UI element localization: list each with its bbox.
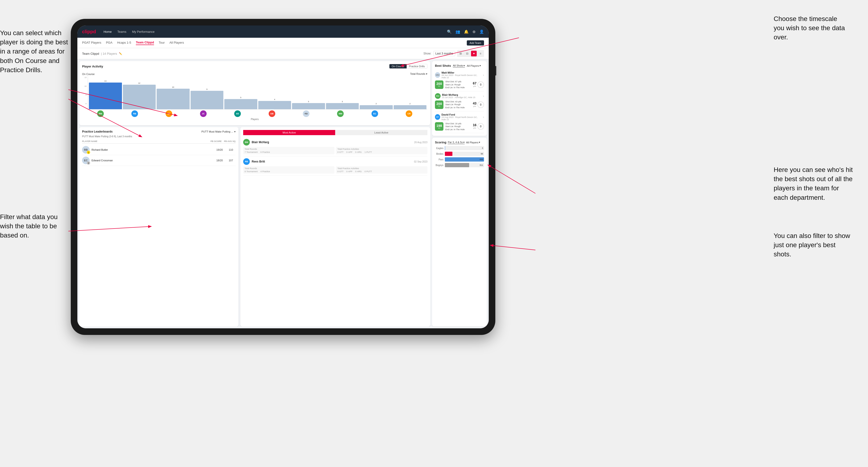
scoring-header: Scoring Par 3, 4 & 5s ▾ All Players ▾ xyxy=(435,141,484,144)
avatar-eebert: EE xyxy=(234,111,241,117)
practice-dropdown[interactable]: PUTT Must Make Putting ... ▾ xyxy=(202,130,236,133)
team-name: Team Clippd | 14 Players xyxy=(82,52,117,55)
bar-group-6: 3 xyxy=(292,100,325,109)
th-pb-score: PB SCORE xyxy=(210,140,222,143)
bar-value-8: 2 xyxy=(376,102,377,105)
shot-item-3[interactable]: DF David Ford 24 Aug 2023 · Royal North … xyxy=(435,111,484,133)
shot-metrics-1: 67 yds 0 xyxy=(473,81,484,88)
stat-row-practice-2: 0 GTT 0 APP 0 ARG xyxy=(337,170,426,173)
tablet-screen: clippd Home Teams My Performance 🔍 👥 🔔 ⊕… xyxy=(78,26,489,328)
scoring-row-pars: Pars 499 xyxy=(435,157,484,161)
best-shots-card: Best Shots All Shots ▾ All Players ▾ MM xyxy=(432,61,487,136)
stat-practice-2: 4 Practice xyxy=(260,170,270,173)
team-header: Team Clippd | 14 Players ✏️ Show: Last 3… xyxy=(78,48,489,59)
svg-line-5 xyxy=(491,245,535,250)
all-players-dropdown[interactable]: All Players ▾ xyxy=(467,64,481,67)
stat-gtt-2: 0 GTT xyxy=(337,170,343,173)
subnav-team-clippd[interactable]: Team Clippd xyxy=(136,40,154,45)
scoring-bar-eagles: 3 xyxy=(445,146,484,150)
edit-icon[interactable]: ✏️ xyxy=(119,52,122,55)
annotation-bottom-right-top: Here you can see who's hit the best shot… xyxy=(774,165,854,202)
nav-item-home[interactable]: Home xyxy=(103,30,112,33)
shot-player-name-3: David Ford xyxy=(441,113,482,116)
chart-subtitle: On Course Total Rounds ▾ xyxy=(82,72,427,75)
stat-tournament-1: 7 Tournament xyxy=(245,151,257,153)
activity-player-header-2: RB Rees Britt 02 Sep 2023 xyxy=(243,158,427,165)
nav-item-my-performance[interactable]: My Performance xyxy=(132,30,154,33)
bar-value-6: 3 xyxy=(308,100,309,102)
y-axis: 15 10 5 0 xyxy=(82,76,87,105)
shot-details-2: 200 SG Shot Dist: 43 yds Start Lie: Roug… xyxy=(435,100,484,109)
scoring-row-eagles: Eagles 3 xyxy=(435,146,484,150)
scoring-row-bogeys: Bogeys 311 xyxy=(435,163,484,167)
shot-item-2[interactable]: BM Blair McHarg 23 Jul 2023 · Ashridge G… xyxy=(435,91,484,111)
stat-group-rounds-2: Total Rounds 8 Tournament 4 Practice xyxy=(243,166,335,174)
add-team-button[interactable]: Add Team xyxy=(467,40,484,45)
x-axis-label: Players xyxy=(82,118,427,121)
view-list[interactable]: ≡ xyxy=(478,51,483,56)
tab-most-active[interactable]: Most Active xyxy=(243,130,335,135)
tab-least-active[interactable]: Least Active xyxy=(335,130,427,135)
subnav-all-players[interactable]: All Players xyxy=(169,41,184,45)
power-button[interactable] xyxy=(495,66,496,75)
activity-avatar-1: BM xyxy=(243,139,250,146)
scoring-bar-birdies: 96 xyxy=(445,152,484,156)
bell-icon[interactable]: 🔔 xyxy=(464,30,469,34)
tablet-frame: clippd Home Teams My Performance 🔍 👥 🔔 ⊕… xyxy=(71,19,495,335)
subnav-pga[interactable]: PGA xyxy=(106,41,112,45)
bar-chart-container: 15 10 5 0 1312109543322 xyxy=(82,76,427,110)
shot-badge-label-2: SG xyxy=(438,105,440,107)
profile-icon[interactable]: 👤 xyxy=(479,30,484,34)
scoring-players-dropdown[interactable]: All Players ▾ xyxy=(466,141,480,144)
shot-item-1[interactable]: MM Matt Miller 09 Jun 2023 · Royal North… xyxy=(435,69,484,91)
timescale-dropdown[interactable]: Last 3 months xyxy=(433,51,455,56)
stat-title-rounds-2: Total Rounds xyxy=(245,167,333,169)
bar-group-2: 10 xyxy=(157,86,190,109)
shot-info-1: Shot Dist: 67 yds Start Lie: Rough End L… xyxy=(445,80,471,89)
bar-value-3: 9 xyxy=(206,88,207,90)
view-toggles: ⊞ ⊟ ♥ ≡ xyxy=(457,50,484,57)
view-grid3[interactable]: ⊟ xyxy=(464,51,470,56)
nav-item-teams[interactable]: Teams xyxy=(118,30,126,33)
scoring-label-pars: Pars xyxy=(435,158,443,161)
shot-metric-dist-2: 43 yds xyxy=(473,101,476,108)
best-shots-title: Best Shots xyxy=(435,64,451,67)
shot-avatar-3: DF xyxy=(435,114,440,120)
bar-rect-7 xyxy=(326,103,359,109)
view-grid4[interactable]: ⊞ xyxy=(458,51,464,56)
most-active-card: Most Active Least Active BM Blair McHarg… xyxy=(240,127,430,326)
player-name-crossman: Edward Crossman xyxy=(92,159,213,162)
scoring-value-birdies: 96 xyxy=(481,153,483,155)
users-icon[interactable]: 👥 xyxy=(456,30,460,34)
shot-details-1: 200 SG Shot Dist: 67 yds Start Lie: Roug… xyxy=(435,80,484,89)
best-shots-header: Best Shots All Shots ▾ All Players ▾ xyxy=(435,64,484,67)
all-shots-dropdown[interactable]: All Shots ▾ xyxy=(453,64,465,67)
avatar-crobertson: CR xyxy=(406,111,412,117)
chart-dropdown[interactable]: Total Rounds ▾ xyxy=(410,72,427,75)
subnav-tour[interactable]: Tour xyxy=(159,41,165,45)
practice-drills-toggle[interactable]: Practice Drills xyxy=(407,64,427,68)
avatar-bmcharg: BM xyxy=(97,111,104,117)
svg-line-4 xyxy=(488,165,535,193)
bar-value-9: 2 xyxy=(409,102,410,105)
leaderboard-row-1: RB 1 Richard Butler 19/20 110 xyxy=(82,145,236,155)
stat-tournament-2: 8 Tournament xyxy=(245,170,257,173)
stat-row-rounds-2: 8 Tournament 4 Practice xyxy=(245,170,333,173)
scoring-par-dropdown[interactable]: Par 3, 4 & 5s ▾ xyxy=(448,141,465,144)
stat-putt-2: 0 PUTT xyxy=(365,170,372,173)
bar-value-0: 13 xyxy=(104,80,106,82)
chart-area: On Course Total Rounds ▾ 15 10 5 0 xyxy=(82,70,427,122)
add-icon[interactable]: ⊕ xyxy=(472,30,475,34)
stat-group-rounds-1: Total Rounds 7 Tournament 6 Practice xyxy=(243,147,335,154)
search-icon[interactable]: 🔍 xyxy=(447,30,452,34)
subnav-pgat[interactable]: PGAT Players xyxy=(82,41,101,45)
scoring-row-birdies: Birdies 96 xyxy=(435,152,484,156)
subnav-hcaps[interactable]: Hcaps 1-5 xyxy=(117,41,131,45)
view-heart[interactable]: ♥ xyxy=(471,51,477,56)
player-avatar-row: BM RB DF JC EE OB RB MM EC CR xyxy=(82,110,427,117)
avatar-obillingham: OB xyxy=(269,111,275,117)
on-course-toggle[interactable]: On Course xyxy=(390,64,407,68)
y-label-5: 5 xyxy=(86,94,87,96)
rank-badge-2: 2 xyxy=(87,161,90,165)
avatar-jcoles: JC xyxy=(200,111,207,117)
